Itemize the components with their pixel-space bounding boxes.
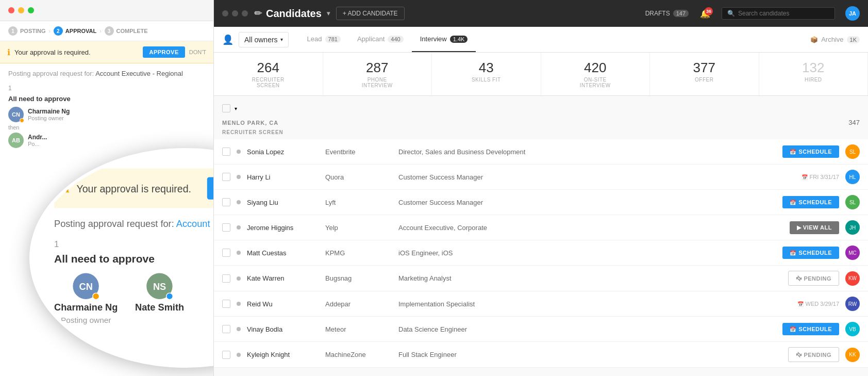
candidate-status-dot (237, 225, 241, 230)
candidate-role: Customer Success Manager (398, 199, 766, 206)
candidate-name: Kate Warren (247, 274, 319, 282)
dropdown-icon[interactable]: ▾ (235, 106, 237, 111)
search-candidates-input[interactable] (738, 10, 829, 17)
candidate-checkbox[interactable] (222, 198, 230, 206)
step-complete[interactable]: 3 COMPLETE (105, 26, 148, 36)
pending-button[interactable]: ⇄ PENDING (788, 347, 839, 362)
step-arrow-2: › (99, 28, 101, 34)
candidate-action: 📅 SCHEDULE (772, 323, 839, 335)
archive-tab[interactable]: 📦 Archive 1K (810, 36, 860, 43)
dont-button-small[interactable]: DON'T (189, 49, 206, 55)
left-window-controls (0, 0, 213, 21)
user-avatar[interactable]: JA (845, 6, 860, 21)
candidate-status-dot (237, 302, 241, 306)
close-dot (8, 7, 14, 13)
candidate-status-dot (237, 353, 241, 357)
schedule-button[interactable]: 📅 SCHEDULE (782, 247, 839, 259)
candidate-company: Yelp (325, 224, 392, 232)
stat-label-0: RECRUITERSCREEN (252, 77, 285, 88)
tab-lead-label: Lead (307, 35, 322, 43)
candidate-action: ⇄ PENDING (772, 347, 839, 362)
candidate-company: MachineZone (325, 351, 392, 358)
magnify-avatar-ns: NS (146, 273, 172, 299)
candidates-list: Sonia Lopez Eventbrite Director, Sales a… (214, 139, 868, 368)
stat-num-3: 420 (584, 60, 606, 76)
candidate-name: Reid Wu (247, 300, 319, 308)
candidate-checkbox[interactable] (222, 249, 230, 257)
tab-applicant-count: 440 (388, 36, 403, 43)
candidate-checkbox[interactable] (222, 351, 230, 359)
magnify-posting-title: Posting approval request for: Account Ex… (54, 218, 214, 229)
candidate-avatar: VB (845, 322, 860, 336)
right-close-dot (222, 10, 228, 17)
magnify-approve-button[interactable]: APPROVE (207, 177, 214, 199)
stat-skills-fit[interactable]: 43 SKILLS FIT (432, 53, 541, 95)
candidate-checkbox[interactable] (222, 274, 230, 283)
approve-button-small[interactable]: APPROVE (143, 46, 185, 58)
app-title[interactable]: ✏ Candidates ▾ (254, 8, 330, 20)
search-candidates-container[interactable]: 🔍 (722, 7, 835, 20)
section-recruiter-screen: RECRUITER SCREEN (214, 127, 868, 139)
candidate-checkbox[interactable] (222, 223, 230, 232)
candidate-checkbox[interactable] (222, 300, 230, 308)
step-posting[interactable]: 1 POSTING (8, 26, 46, 36)
stat-phone-interview[interactable]: 287 PHONEINTERVIEW (323, 53, 432, 95)
section-all-approve: All need to approve (8, 95, 205, 103)
stat-hired[interactable]: 132 HIRED (759, 53, 869, 95)
owner-info-cn: Charmaine Ng Posting owner (28, 108, 70, 121)
stat-num-2: 43 (479, 60, 494, 76)
view-all-button[interactable]: ▶ VIEW ALL (790, 221, 839, 234)
notifications-button[interactable]: 🔔 36 (700, 9, 710, 19)
select-all-checkbox[interactable] (222, 104, 230, 112)
candidate-checkbox[interactable] (222, 325, 230, 333)
title-chevron-icon: ▾ (327, 10, 330, 17)
right-panel: ✏ Candidates ▾ + ADD CANDIDATE DRAFTS 14… (214, 0, 868, 376)
candidate-avatar: SL (845, 195, 860, 209)
candidate-status-dot (237, 200, 241, 204)
owners-dropdown[interactable]: All owners ▾ (239, 32, 289, 47)
schedule-button[interactable]: 📅 SCHEDULE (782, 323, 839, 335)
approval-banner-text-small: Your approval is required. (14, 48, 139, 56)
schedule-button[interactable]: 📅 SCHEDULE (782, 196, 839, 208)
date-text: 📅 FRI 3/31/17 (802, 174, 839, 180)
stat-num-4: 377 (693, 60, 715, 76)
tab-interview[interactable]: Interview 1.4K (412, 27, 476, 52)
stat-label-3: ON-SITEINTERVIEW (580, 77, 611, 88)
stat-label-2: SKILLS FIT (472, 77, 501, 83)
candidate-avatar: KK (845, 348, 860, 362)
tab-applicant[interactable]: Applicant 440 (349, 27, 412, 52)
table-row: Reid Wu Addepar Implementation Specialis… (214, 291, 868, 317)
tab-lead-count: 781 (325, 36, 341, 43)
magnify-approval-banner: ℹ Your approval is required. APPROVE DON (54, 169, 214, 208)
table-row: Kate Warren Bugsnag Marketing Analyst ⇄ … (214, 266, 868, 291)
magnify-avatar-cn: CN (73, 273, 98, 299)
sub-header: 👤 All owners ▾ Lead 781 Applicant 440 In… (214, 27, 868, 53)
stat-onsite-interview[interactable]: 420 ON-SITEINTERVIEW (541, 53, 650, 95)
candidate-name: Vinay Bodla (247, 325, 319, 333)
magnify-step-num: 1 (54, 239, 214, 250)
step-approval[interactable]: 2 APPROVAL (54, 26, 96, 36)
candidate-status-dot (237, 327, 241, 331)
tab-applicant-label: Applicant (357, 35, 385, 43)
candidate-checkbox[interactable] (222, 173, 230, 181)
candidate-avatar: KW (845, 271, 860, 286)
stat-recruiter-screen[interactable]: 264 RECRUITERSCREEN (214, 53, 323, 95)
candidate-avatar: RW (845, 297, 860, 311)
candidate-checkbox[interactable] (222, 148, 230, 156)
location-label: MENLO PARK, CA (222, 120, 278, 126)
pending-button[interactable]: ⇄ PENDING (788, 271, 839, 286)
magnify-owner-name-ns: Nate Smith (135, 302, 184, 313)
candidate-avatar: HL (845, 170, 860, 184)
top-bar: ✏ Candidates ▾ + ADD CANDIDATE DRAFTS 14… (214, 0, 868, 27)
magnify-posting-label: Posting approval request for: (54, 218, 174, 229)
schedule-button[interactable]: 📅 SCHEDULE (782, 145, 839, 158)
stat-offer[interactable]: 377 OFFER (650, 53, 759, 95)
candidate-action: ▶ VIEW ALL (772, 221, 839, 234)
tab-lead[interactable]: Lead 781 (299, 27, 349, 52)
candidate-role: Full Stack Engineer (398, 351, 766, 358)
add-candidate-button[interactable]: + ADD CANDIDATE (336, 7, 405, 20)
approval-banner-small: ℹ Your approval is required. APPROVE DON… (0, 41, 213, 63)
magnify-owner-cn: CN Charmaine Ng Posting owner (54, 273, 118, 324)
step-label-complete: COMPLETE (116, 28, 148, 34)
stat-num-0: 264 (257, 60, 279, 76)
